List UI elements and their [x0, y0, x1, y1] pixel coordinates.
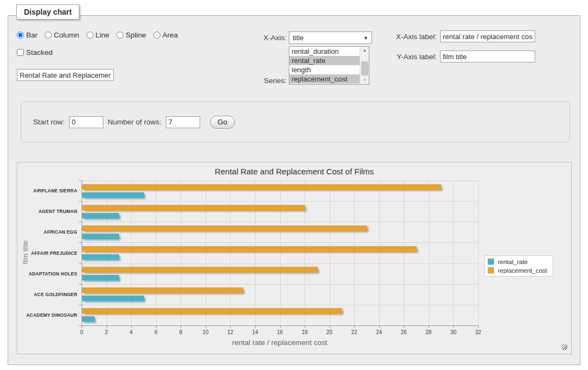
- gridline-vertical: [404, 180, 404, 325]
- radio-column-label: Column: [54, 31, 79, 39]
- gridline-vertical: [330, 180, 330, 325]
- bar-rental_rate: [82, 316, 95, 322]
- stacked-checkbox-input[interactable]: [17, 49, 24, 56]
- series-option-length[interactable]: length: [289, 65, 360, 74]
- num-rows-input[interactable]: [166, 116, 200, 128]
- legend-swatch-icon: [487, 267, 494, 274]
- gridline-vertical: [255, 180, 256, 325]
- bar-rental_rate: [82, 234, 119, 239]
- radio-spline-label: Spline: [126, 31, 146, 39]
- x-tick-label: 22: [351, 329, 357, 335]
- category-label: ADAPTATION HOLES: [17, 271, 77, 277]
- x-tick-mark: [354, 326, 355, 328]
- stacked-checkbox-row: Stacked: [17, 48, 53, 57]
- bar-rental_rate: [82, 254, 119, 260]
- x-axis-label-input[interactable]: [440, 30, 535, 42]
- series-option-rental-rate[interactable]: rental_rate: [289, 56, 360, 65]
- radio-column-input[interactable]: [45, 32, 52, 39]
- category-label: AIRPLANE SIERRA: [17, 188, 77, 193]
- series-listbox[interactable]: rental_duration rental_rate length repla…: [289, 46, 369, 85]
- stacked-checkbox[interactable]: Stacked: [17, 48, 53, 57]
- gridline-vertical: [280, 180, 281, 325]
- gridline-vertical: [131, 180, 132, 325]
- series-option-rental-duration[interactable]: rental_duration: [289, 47, 360, 56]
- x-tick-mark: [379, 326, 380, 328]
- gridline-vertical: [181, 180, 181, 325]
- gridline-vertical: [453, 180, 454, 325]
- gridline-vertical: [206, 180, 206, 325]
- fieldset-legend: Display chart: [16, 4, 79, 20]
- radio-column[interactable]: Column: [45, 31, 79, 39]
- x-tick-mark: [330, 326, 330, 328]
- x-tick-label: 0: [80, 329, 83, 335]
- bar-replacement_cost: [82, 225, 367, 231]
- gridline-vertical: [230, 180, 231, 325]
- bar-replacement_cost: [82, 287, 243, 293]
- legend-swatch-icon: [487, 258, 494, 265]
- x-tick-label: 12: [227, 329, 233, 335]
- y-axis-label-input[interactable]: [440, 51, 535, 62]
- gridline-vertical: [156, 180, 157, 325]
- bar-replacement_cost: [82, 267, 318, 272]
- radio-line-input[interactable]: [86, 32, 94, 39]
- x-tick-label: 4: [129, 329, 133, 335]
- radio-spline[interactable]: Spline: [116, 31, 146, 39]
- bar-rental_rate: [82, 192, 144, 198]
- x-axis-title: rental rate / replacement cost: [232, 338, 327, 347]
- bar-rental_rate: [82, 275, 119, 280]
- x-tick-mark: [404, 326, 404, 328]
- start-row-input[interactable]: [69, 116, 103, 128]
- category-label: ACADEMY DINOSAUR: [17, 312, 77, 318]
- series-listbox-scrollbar[interactable]: ▲ ▼: [360, 47, 369, 84]
- x-tick-mark: [131, 326, 132, 328]
- stacked-label: Stacked: [26, 48, 53, 57]
- radio-spline-input[interactable]: [116, 32, 123, 39]
- x-tick-label: 6: [154, 329, 158, 335]
- x-tick-mark: [156, 326, 157, 328]
- radio-area-input[interactable]: [153, 32, 160, 39]
- category-label: AGENT TRUMAN: [17, 209, 77, 214]
- start-row-label: Start row:: [33, 118, 65, 126]
- chart-title-input[interactable]: [17, 69, 114, 81]
- radio-area[interactable]: Area: [153, 31, 178, 39]
- legend-item-replacement_cost[interactable]: replacement_cost: [487, 267, 547, 274]
- x-axis-select[interactable]: title ▼: [289, 32, 372, 44]
- scroll-down-icon[interactable]: ▼: [360, 77, 369, 84]
- gridline-vertical: [305, 180, 305, 325]
- radio-bar-input[interactable]: [17, 32, 24, 39]
- x-tick-mark: [206, 326, 206, 328]
- bar-replacement_cost: [82, 205, 305, 210]
- legend-item-rental_rate[interactable]: rental_rate: [487, 258, 547, 265]
- gridline-vertical: [107, 180, 107, 325]
- x-tick-label: 30: [450, 329, 456, 335]
- scroll-up-icon[interactable]: ▲: [360, 47, 369, 54]
- resize-handle-icon[interactable]: [561, 344, 567, 350]
- x-tick-mark: [280, 326, 281, 328]
- x-tick-label: 10: [202, 329, 208, 335]
- series-option-replacement-cost[interactable]: replacement_cost: [289, 74, 360, 84]
- bar-replacement_cost: [82, 308, 342, 313]
- scrollbar-thumb[interactable]: [361, 61, 368, 76]
- x-axis-line: [82, 325, 479, 326]
- bar-rental_rate: [82, 296, 144, 301]
- radio-bar[interactable]: Bar: [17, 31, 38, 39]
- chart-container: Rental Rate and Replacement Cost of Film…: [17, 162, 572, 354]
- gridline-vertical: [478, 180, 479, 325]
- radio-area-label: Area: [163, 31, 178, 39]
- num-rows-label: Number of rows:: [108, 118, 162, 126]
- chart-title: Rental Rate and Replacement Cost of Film…: [17, 167, 571, 176]
- bar-rental_rate: [82, 213, 119, 218]
- radio-line[interactable]: Line: [86, 31, 110, 39]
- legend-label: rental_rate: [498, 259, 528, 265]
- y-axis-line: [82, 180, 82, 326]
- bar-replacement_cost: [82, 184, 441, 190]
- display-chart-fieldset: Display chart Bar Column Line Spline Are…: [8, 15, 580, 365]
- x-tick-mark: [429, 326, 429, 328]
- x-tick-mark: [181, 326, 181, 328]
- go-button[interactable]: Go: [210, 116, 235, 129]
- series-label: Series:: [243, 77, 287, 85]
- x-tick-label: 14: [252, 329, 258, 335]
- x-tick-label: 8: [179, 329, 182, 335]
- x-tick-mark: [107, 326, 107, 328]
- rows-panel: Start row: Number of rows: Go: [21, 102, 570, 142]
